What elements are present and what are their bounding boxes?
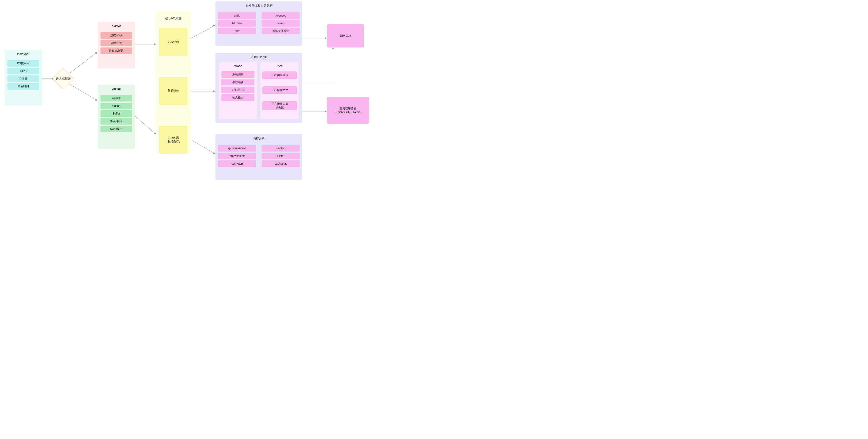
procio-title: 进程I/O分析 [215,53,302,62]
mem-item: /proc/slabinfo [218,153,256,159]
fsdisk-item: biosnoop [262,12,300,19]
fsdisk-item: df/du [218,12,256,19]
lsof-card: lsof 正在网络通信 正在操作文件 正在操作磁盘 或分区 [260,62,299,119]
pidstat-item: 进程I/O写 [100,40,132,46]
strace-item: 参数选项 [221,79,254,85]
mem-item: cachetop [218,160,256,167]
vmstat-item: iowait% [100,95,132,101]
lsof-item-net: 正在网络通信 [262,71,297,79]
strace-item: 文件描述符 [221,87,254,93]
io-source-box: 确认I/O来源 内核线程 普通进程 内存问题 （包括缓存） [156,12,191,154]
iostat-item: I/O使用率 [7,60,39,66]
procio-box: 进程I/O分析 strace 系统调用 参数选项 文件描述符 输入输出 lsof… [215,53,302,123]
strace-title: strace [219,62,257,70]
vmstat-box: vmstat iowait% Cache Buffer Swap换入 Swap换… [98,85,135,149]
vmstat-title: vmstat [98,85,135,94]
vmstat-item: Swap换入 [100,118,132,124]
net-analysis-box: 网络分析 [327,24,364,48]
svg-line-5 [191,25,215,39]
mem-item: /proc/meminfo [218,145,256,151]
vmstat-item: Swap换出 [100,126,132,132]
diagram-canvas: iostat/sar I/O使用率 IOPS 吞吐量 响应时间 确认I/O瓶颈 … [0,0,372,186]
pidstat-item: 进程I/O延迟 [100,48,132,54]
io-source-item-process: 普通进程 [159,77,187,105]
pidstat-title: pidstat [98,22,135,31]
lsof-item-file: 正在操作文件 [262,86,297,94]
mem-title: 内存分析 [215,134,302,144]
mem-item: cachestat [262,160,300,167]
lsof-title: lsof [260,62,299,70]
vmstat-item: Cache [100,103,132,109]
io-source-title: 确认I/O来源 [156,12,191,24]
app-analysis-label: 应用程序分析 （比如MySQL、Redis） [333,107,363,114]
pidstat-item: 进程I/O读 [100,32,132,39]
fsdisk-item: biotop [262,20,300,27]
fsdisk-box: 文件系统和磁盘分析 df/du blktrace perf biosnoop b… [215,1,302,46]
mem-box: 内存分析 /proc/meminfo /proc/slabinfo cachet… [215,134,302,180]
fsdisk-item: blktrace [218,20,256,27]
net-analysis-label: 网络分析 [340,34,351,38]
strace-item: 输入输出 [221,94,254,101]
decision-diamond: 确认I/O瓶颈 [55,70,72,88]
iostat-title: iostat/sar [5,50,42,59]
io-source-item-memory: 内存问题 （包括缓存） [159,126,187,154]
fsdisk-title: 文件系统和磁盘分析 [215,1,302,11]
mem-item: pcstat [262,153,300,159]
iostat-item: 响应时间 [7,83,39,90]
svg-line-7 [191,140,215,154]
fsdisk-item-netfs: 网络文件系统 [262,28,300,34]
pidstat-box: pidstat 进程I/O读 进程I/O写 进程I/O延迟 [98,22,135,68]
strace-item: 系统调用 [221,71,254,78]
io-source-item-kernel: 内核线程 [159,28,187,56]
svg-line-2 [70,84,97,100]
iostat-item: 吞吐量 [7,76,39,82]
iostat-item: IOPS [7,68,39,74]
lsof-item-disk: 正在操作磁盘 或分区 [262,101,297,110]
svg-line-1 [70,52,97,73]
decision-label: 确认I/O瓶颈 [52,77,75,81]
strace-card: strace 系统调用 参数选项 文件描述符 输入输出 [219,62,257,119]
fsdisk-item: perf [218,28,256,34]
app-analysis-box: 应用程序分析 （比如MySQL、Redis） [327,97,369,124]
svg-line-4 [135,116,156,134]
vmstat-item: Buffer [100,110,132,117]
iostat-box: iostat/sar I/O使用率 IOPS 吞吐量 响应时间 [5,50,42,106]
mem-item: slabtop [262,145,300,151]
